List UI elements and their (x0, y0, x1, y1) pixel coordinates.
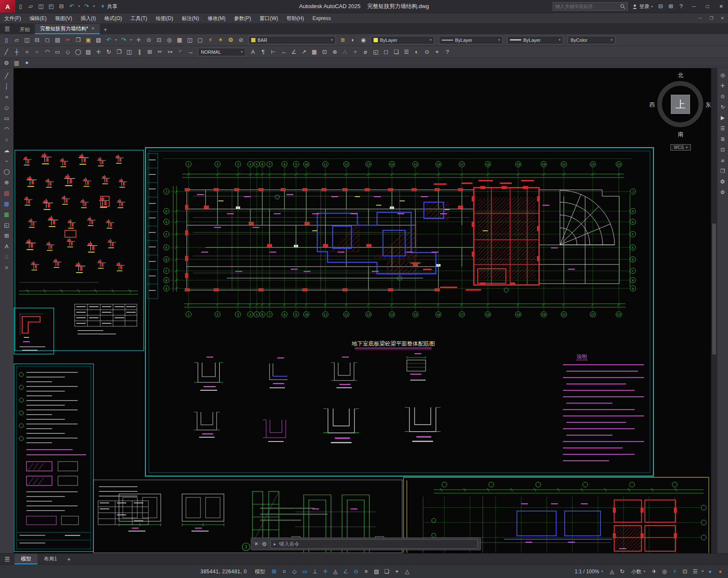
apps-icon[interactable]: ⊞ (666, 1, 676, 12)
zoom-window-icon[interactable]: ⊡ (154, 35, 164, 45)
polygon-tool-icon[interactable]: ◇ (1, 103, 12, 113)
redo-icon[interactable]: ↷ (81, 1, 92, 12)
paste-icon[interactable]: ▣ (83, 35, 93, 45)
menu-item[interactable]: 参数(P) (230, 13, 255, 24)
ortho-toggle-icon[interactable]: ⊥ (310, 566, 320, 577)
hardware-acceleration-icon[interactable]: ⚡ (670, 566, 680, 577)
viewports-icon[interactable]: ◫ (185, 35, 195, 45)
tab-close-icon[interactable]: ✕ (91, 24, 95, 33)
cut-icon[interactable]: ✂ (63, 35, 73, 45)
layer-states-icon[interactable]: ◐ (348, 35, 358, 45)
point-tool-icon[interactable]: ∴ (1, 252, 12, 262)
array-icon[interactable]: ⊞ (145, 47, 155, 57)
text-style-combo[interactable]: NORMAL ▾ (198, 48, 246, 56)
sun-properties-icon[interactable]: ☀ (215, 35, 226, 45)
shared-views-icon[interactable]: ✈ (649, 566, 659, 577)
menu-item[interactable]: 格式(O) (100, 13, 126, 24)
plotstyle-combo[interactable]: ByColor ▾ (568, 36, 615, 44)
plot-icon[interactable]: ⊟ (56, 1, 67, 12)
move-icon[interactable]: ✛ (93, 47, 104, 57)
menu-item[interactable]: 视图(V) (51, 13, 76, 24)
search-icon[interactable] (620, 4, 625, 9)
extend-icon[interactable]: ↦ (165, 47, 175, 57)
rectangle-icon[interactable]: ▭ (52, 47, 63, 57)
rotate-icon[interactable]: ↻ (104, 47, 114, 57)
view-compass[interactable]: 上 北 南 西 东 (651, 72, 710, 139)
properties-panel-icon[interactable]: ☰ (718, 124, 728, 133)
settings-panel-icon[interactable]: ⚙ (718, 188, 728, 197)
dynamic-input-icon[interactable]: ▭ (300, 566, 310, 577)
object-snap-tracking-icon[interactable]: ∠ (341, 566, 351, 577)
signin-button[interactable]: 登录 ▾ (630, 3, 655, 10)
xref-panel-icon[interactable]: ❐ (718, 166, 728, 176)
compass-west[interactable]: 西 (650, 101, 655, 109)
hide-icon[interactable]: ▢ (195, 35, 205, 45)
save-file-icon[interactable]: ◫ (22, 35, 32, 45)
mtext-icon[interactable]: ¶ (258, 47, 268, 57)
measure-panel-icon[interactable]: ⌀ (718, 156, 728, 165)
polar-tracking-icon[interactable]: ✛ (320, 566, 331, 577)
minimize-button[interactable]: ─ (687, 1, 701, 12)
connect-status-icon[interactable]: ● (715, 566, 725, 577)
zoom-realtime-icon[interactable]: ⊙ (144, 35, 154, 45)
linear-dimension-icon[interactable]: ⊢ (268, 47, 278, 57)
annotation-visibility-icon[interactable]: ◬ (607, 566, 617, 577)
gradient-tool-icon[interactable]: ▩ (1, 199, 12, 209)
help-icon[interactable]: ? (676, 1, 686, 12)
menu-item[interactable]: 窗口(W) (255, 13, 282, 24)
redo-dropdown-icon[interactable]: ▾ (92, 1, 96, 12)
line-icon[interactable]: ╱ (1, 47, 12, 57)
layer-properties-icon[interactable]: ≣ (338, 35, 348, 45)
showmotion-icon[interactable]: ▶ (718, 113, 728, 122)
open-file-icon[interactable]: ▱ (26, 1, 36, 12)
hatch-tool-icon[interactable]: ▨ (1, 188, 12, 198)
layers-panel-icon[interactable]: ≣ (718, 134, 728, 144)
annotation-autoscale-icon[interactable]: ↻ (617, 566, 627, 577)
clean-screen-icon[interactable]: ✦ (22, 58, 32, 68)
new-file-icon[interactable]: ▯ (15, 1, 26, 12)
save-as-icon[interactable]: ◰ (46, 1, 56, 12)
menu-item[interactable]: 插入(I) (76, 13, 100, 24)
lineweight-display-icon[interactable]: ≡ (361, 566, 371, 577)
save-icon[interactable]: ◫ (36, 1, 46, 12)
linetype-combo[interactable]: ByLayer ▾ (439, 36, 503, 44)
boundary-tool-icon[interactable]: ▦ (1, 209, 12, 219)
materials-icon[interactable]: ❂ (226, 35, 236, 45)
autocad-logo[interactable]: A (0, 0, 15, 13)
open-icon[interactable]: ▱ (12, 35, 22, 45)
ellipse-tool-icon[interactable]: ◯ (1, 167, 12, 177)
cart-icon[interactable]: ⊟ (655, 1, 666, 12)
transparency-icon[interactable]: ▨ (371, 566, 382, 577)
rectangle-tool-icon[interactable]: ▭ (1, 113, 12, 123)
menu-item[interactable]: 绘图(D) (151, 13, 177, 24)
zoom-extents-icon[interactable]: ⊙ (718, 92, 728, 101)
snap-toggle-icon[interactable]: ⌗ (279, 566, 290, 577)
polyline-icon[interactable]: ≈ (22, 47, 32, 57)
undo-list-icon[interactable]: ▾ (114, 35, 119, 45)
layout-menu-icon[interactable]: ☰ (0, 554, 15, 565)
model-space-button[interactable]: 模型 (251, 566, 269, 577)
navigation-wheel-icon[interactable]: ◎ (718, 70, 728, 80)
vertical-scrollbar[interactable] (711, 68, 717, 553)
customize-commandline-icon[interactable]: ⚙ (262, 541, 267, 547)
zoom-previous-icon[interactable]: ◎ (164, 35, 174, 45)
insert-icon[interactable]: ⊕ (330, 47, 340, 57)
infer-constraints-icon[interactable]: ◇ (290, 566, 300, 577)
isolate-objects-icon[interactable]: ◎ (659, 566, 670, 577)
menu-item[interactable]: 修改(M) (203, 13, 230, 24)
ucs-icon[interactable]: ⌖ (432, 47, 442, 57)
table-icon[interactable]: ▦ (309, 47, 319, 57)
tab-model[interactable]: 模型 (15, 554, 38, 564)
style-combo[interactable]: BAR ▾ (248, 36, 336, 44)
menu-item[interactable]: 标注(N) (177, 13, 203, 24)
layer-walk-icon[interactable]: ◐ (412, 47, 422, 57)
ellipse-icon[interactable]: ◯ (73, 47, 83, 57)
publish-icon[interactable]: ▤ (52, 35, 63, 45)
circle-tool-icon[interactable]: ○ (1, 135, 12, 145)
close-commandline-icon[interactable]: ✕ (254, 541, 258, 547)
notification-bubble-icon[interactable]: ● (705, 566, 715, 577)
boundary-icon[interactable]: ◻ (381, 47, 391, 57)
selection-cycling-icon[interactable]: ❏ (382, 566, 392, 577)
compass-north[interactable]: 北 (651, 72, 710, 79)
fillet-icon[interactable]: ◜ (175, 47, 186, 57)
